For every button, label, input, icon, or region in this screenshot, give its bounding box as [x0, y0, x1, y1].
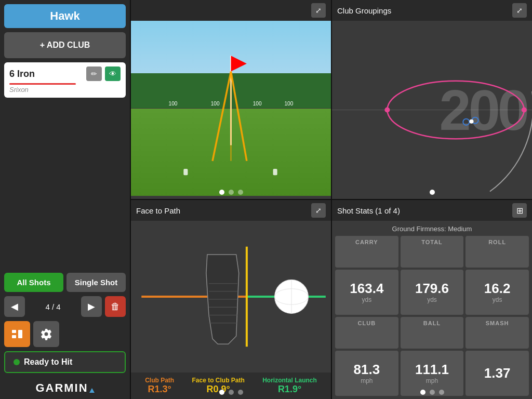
prev-shot-button[interactable]: ◀: [4, 296, 25, 317]
club-path-label: Club Path R1.3°: [145, 377, 174, 395]
golf-expand-button[interactable]: ⤢: [311, 3, 326, 18]
ball-speed-unit: mph: [426, 377, 438, 384]
club-brand: Srixon: [9, 86, 121, 94]
golf-panel-header: ⤢: [131, 0, 331, 21]
roll-unit: yds: [493, 296, 502, 303]
total-unit: yds: [427, 296, 437, 303]
all-shots-button[interactable]: All Shots: [4, 273, 63, 292]
face-path-title: Face to Path: [136, 206, 180, 215]
dot-1[interactable]: [219, 190, 224, 195]
shot-stats-content: Ground Firmness: Medium CARRY TOTAL ROLL…: [332, 221, 532, 399]
left-panel: Hawk + ADD CLUB 6 Iron ✏ 👁 Srixon All Sh…: [0, 0, 131, 399]
club-path-title: Club Path: [145, 377, 174, 384]
face-title: Face to Club Path: [192, 377, 244, 384]
svg-text:100: 100: [253, 101, 262, 107]
svg-marker-8: [231, 56, 247, 71]
face-path-svg: [131, 221, 331, 373]
mode-button[interactable]: [4, 321, 30, 347]
club-bar: [9, 83, 76, 85]
club-groupings-header: Club Groupings ⤢: [332, 0, 532, 21]
club-item: 6 Iron ✏ 👁 Srixon: [4, 62, 126, 98]
club-eye-button[interactable]: 👁: [105, 66, 121, 81]
svg-rect-13: [273, 169, 277, 175]
total-header: TOTAL: [401, 236, 464, 268]
svg-text:100: 100: [284, 101, 293, 107]
roll-cell: 16.2 yds: [466, 270, 529, 315]
club-edit-button[interactable]: ✏: [86, 66, 102, 81]
mode-icon: [11, 328, 23, 340]
golf-view: 100 100 100 100: [131, 21, 331, 196]
club-speed-cell: 81.3 mph: [335, 351, 398, 396]
svg-rect-1: [12, 335, 16, 338]
svg-rect-2: [18, 330, 22, 338]
add-club-button[interactable]: + ADD CLUB: [4, 32, 126, 58]
club-name: 6 Iron: [9, 69, 35, 79]
shot-mode-row: All Shots Single Shot: [4, 273, 126, 292]
club-path-value: R1.3°: [145, 384, 174, 395]
total-cell: 179.6 yds: [401, 270, 464, 315]
face-to-path-panel: Face to Path ⤢: [131, 200, 331, 399]
stats-grid: CARRY TOTAL ROLL 163.4 yds 179.6 yds 16.…: [335, 236, 529, 396]
svg-line-9: [212, 72, 231, 161]
shot-sep: /: [52, 302, 56, 311]
club-groupings-expand-button[interactable]: ⤢: [512, 3, 527, 18]
ss-dot-3[interactable]: [439, 390, 444, 395]
right-panels: ⤢ 100 100 100 100: [131, 0, 532, 399]
delete-shot-button[interactable]: 🗑: [105, 296, 126, 317]
launch-value: R1.9°: [262, 384, 317, 395]
launch-label-block: Horizontal Launch R1.9°: [262, 377, 317, 395]
garmin-logo: GARMIN: [0, 377, 130, 399]
ball-speed-value: 111.1: [415, 362, 449, 377]
ready-indicator: [14, 359, 20, 365]
settings-button[interactable]: [33, 321, 59, 347]
smash-value: 1.37: [484, 366, 511, 381]
single-shot-button[interactable]: Single Shot: [66, 273, 126, 292]
club-speed-header: CLUB: [335, 317, 398, 349]
carry-value: 163.4: [350, 281, 383, 296]
gear-icon: [40, 328, 52, 340]
club-item-header: 6 Iron ✏ 👁: [9, 66, 121, 81]
shot-current: 4: [45, 302, 49, 311]
smash-cell: 1.37: [466, 351, 529, 396]
ground-firmness-label: Ground Firmness: Medium: [335, 224, 529, 234]
garmin-triangle-icon: [89, 388, 95, 393]
face-path-header: Face to Path ⤢: [131, 200, 331, 221]
ready-label: Ready to Hit: [24, 357, 72, 367]
face-path-expand-button[interactable]: ⤢: [311, 203, 326, 218]
ready-to-hit-button[interactable]: Ready to Hit: [4, 351, 126, 373]
face-path-content: Club Path R1.3° Face to Club Path R0.9° …: [131, 221, 331, 399]
svg-point-19: [384, 107, 390, 112]
ss-dot-1[interactable]: [420, 390, 425, 395]
smash-header: SMASH: [466, 317, 529, 349]
face-path-labels: Club Path R1.3° Face to Club Path R0.9° …: [131, 373, 331, 399]
face-path-diagram: [131, 221, 331, 373]
face-path-dots: [219, 390, 243, 395]
roll-header: ROLL: [466, 236, 529, 268]
svg-text:100: 100: [211, 101, 220, 107]
carry-unit: yds: [362, 296, 371, 303]
svg-text:100: 100: [169, 101, 178, 107]
roll-value: 16.2: [484, 281, 511, 296]
svg-line-10: [231, 72, 247, 161]
club-speed-value: 81.3: [354, 362, 380, 377]
cg-dot-1[interactable]: [430, 190, 435, 195]
next-shot-button[interactable]: ▶: [81, 296, 102, 317]
garmin-text: GARMIN: [35, 381, 88, 394]
shot-stats-panel: Shot Stats (1 of 4) ⊞ Ground Firmness: M…: [332, 200, 532, 399]
shot-total: 4: [56, 302, 60, 311]
ball-speed-header: BALL: [401, 317, 464, 349]
dot-3[interactable]: [238, 190, 243, 195]
club-speed-unit: mph: [361, 377, 373, 384]
hawk-header: Hawk: [4, 4, 126, 28]
ss-dot-2[interactable]: [430, 390, 435, 395]
golf-view-panel: ⤢ 100 100 100 100: [131, 0, 331, 199]
club-groupings-panel: Club Groupings ⤢ 200: [332, 0, 532, 199]
dot-2[interactable]: [229, 190, 234, 195]
fp-dot-2[interactable]: [229, 390, 234, 395]
calculator-button[interactable]: ⊞: [512, 203, 527, 218]
fp-dot-1[interactable]: [219, 390, 224, 395]
club-group-dots: [430, 190, 435, 195]
shot-stats-dots: [420, 390, 444, 395]
fp-dot-3[interactable]: [238, 390, 243, 395]
svg-point-16: [463, 119, 469, 125]
